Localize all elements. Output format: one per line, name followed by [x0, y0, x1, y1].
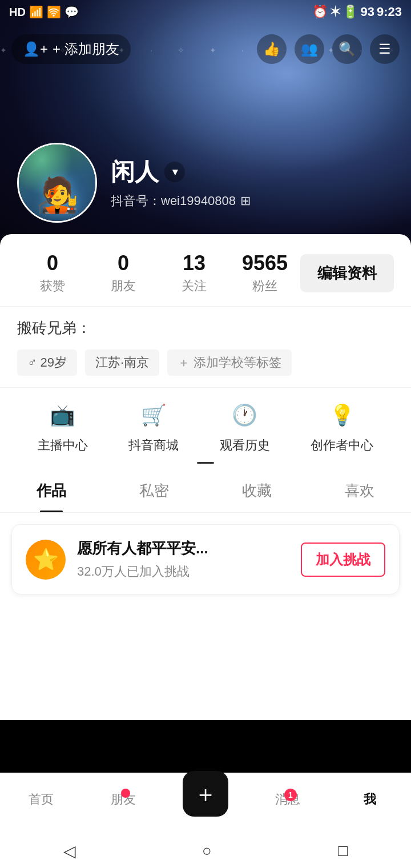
challenge-title: 愿所有人都平平安... [77, 539, 289, 558]
menu-icon: ☰ [378, 41, 391, 57]
system-nav: ◁ ○ □ [0, 834, 411, 868]
profile-text: 闲人 ▾ 抖音号：wei19940808 ⊞ [111, 156, 251, 210]
tab-likes[interactable]: 喜欢 [308, 469, 411, 512]
tag-add-icon: ＋ [178, 354, 190, 371]
nav-me-label: 我 [364, 791, 376, 808]
search-icon: 🔍 [339, 41, 356, 57]
home-button[interactable]: ○ [179, 836, 235, 866]
profile-id: 抖音号：wei19940808 ⊞ [111, 192, 251, 210]
quick-nav-creator[interactable]: 💡 创作者中心 [311, 399, 373, 454]
tag-add-label: 添加学校等标签 [194, 354, 281, 371]
tag-add-button[interactable]: ＋ 添加学校等标签 [167, 349, 292, 376]
join-challenge-button[interactable]: 加入挑战 [301, 542, 385, 577]
followers-count: 9565 [229, 251, 300, 275]
main-content: 0 获赞 0 朋友 13 关注 9565 粉丝 编辑资料 搬砖兄弟： ♂ 29岁… [0, 234, 411, 720]
messages-badge: 1 [284, 789, 297, 801]
status-left: HD 📶 🛜 💬 [9, 5, 79, 19]
back-button[interactable]: ◁ [41, 836, 99, 866]
likes-count: 0 [17, 251, 88, 275]
back-icon: ◁ [63, 842, 76, 860]
thumb-button[interactable]: 👍 [257, 34, 287, 64]
nav-home-label: 首页 [29, 791, 54, 808]
stat-friends[interactable]: 0 朋友 [88, 251, 159, 295]
tags-row: ♂ 29岁 江苏·南京 ＋ 添加学校等标签 [0, 344, 411, 387]
chat-icon: 💬 [65, 5, 79, 19]
star-icon: ⭐ [33, 548, 59, 572]
challenge-count: 32.0万人已加入挑战 [77, 563, 289, 580]
bio-text: 搬砖兄弟： [17, 319, 91, 336]
tab-likes-label: 喜欢 [345, 482, 374, 499]
add-friend-button[interactable]: 👤+ + 添加朋友 [11, 34, 131, 64]
nav-home[interactable]: 首页 [0, 791, 82, 808]
nav-plus[interactable]: ＋ [164, 782, 247, 817]
hd-badge: HD [9, 6, 26, 19]
challenge-text: 愿所有人都平平安... 32.0万人已加入挑战 [77, 539, 289, 580]
thumb-icon: 👍 [263, 41, 280, 57]
header-nav: 👤+ + 添加朋友 👍 👥 🔍 ☰ [0, 34, 411, 64]
bio-section: 搬砖兄弟： [0, 307, 411, 344]
tag-gender-age-text: ♂ 29岁 [27, 354, 67, 371]
friends-count: 0 [88, 251, 159, 275]
challenge-icon: ⭐ [26, 540, 66, 580]
status-bar: HD 📶 🛜 💬 ⏰ ✶ 🔋 93 9:23 [0, 0, 411, 24]
bluetooth-icon: ✶ [330, 5, 340, 19]
likes-label: 获赞 [17, 278, 88, 295]
quick-nav-shop[interactable]: 🛒 抖音商城 [128, 399, 179, 454]
creator-icon: 💡 [326, 399, 358, 431]
friends-badge-dot [121, 789, 130, 798]
stat-followers[interactable]: 9565 粉丝 [229, 251, 300, 295]
live-center-icon: 📺 [47, 399, 79, 431]
header-icons: 👍 👥 🔍 ☰ [257, 34, 400, 64]
scroll-indicator [197, 462, 214, 464]
recent-icon: □ [338, 842, 348, 859]
nav-messages[interactable]: 1 消息 [247, 791, 329, 808]
dropdown-button[interactable]: ▾ [164, 162, 185, 182]
live-center-label: 主播中心 [38, 437, 88, 454]
recent-button[interactable]: □ [315, 836, 370, 866]
search-button[interactable]: 🔍 [332, 34, 362, 64]
douyin-id-text: 抖音号：wei19940808 [111, 192, 236, 210]
avatar-image [19, 144, 95, 221]
home-icon: ○ [202, 842, 212, 859]
history-label: 观看历史 [220, 437, 270, 454]
content-tabs: 作品 私密 收藏 喜欢 [0, 469, 411, 513]
quick-nav: 📺 主播中心 🛒 抖音商城 🕐 观看历史 💡 创作者中心 [0, 387, 411, 460]
following-label: 关注 [159, 278, 229, 295]
friends-icon: 👥 [301, 41, 318, 57]
battery-icon: 🔋 [342, 5, 358, 19]
edit-profile-label: 编辑资料 [317, 264, 377, 282]
friends-label: 朋友 [88, 278, 159, 295]
wifi-icon: 🛜 [47, 5, 61, 19]
tab-works[interactable]: 作品 [0, 469, 103, 512]
tag-location-text: 江苏·南京 [95, 354, 149, 371]
plus-button[interactable]: ＋ [183, 771, 228, 817]
hero-background: 👤+ + 添加朋友 👍 👥 🔍 ☰ 闲人 [0, 0, 411, 246]
profile-name: 闲人 ▾ [111, 156, 251, 188]
status-right: ⏰ ✶ 🔋 93 9:23 [312, 5, 402, 19]
quick-nav-live[interactable]: 📺 主播中心 [38, 399, 88, 454]
plus-icon: ＋ [194, 778, 217, 810]
add-friend-label: + 添加朋友 [53, 40, 119, 58]
alarm-icon: ⏰ [312, 5, 328, 19]
tag-gender-age[interactable]: ♂ 29岁 [17, 349, 77, 376]
menu-button[interactable]: ☰ [370, 34, 400, 64]
chevron-down-icon: ▾ [172, 166, 178, 178]
nav-me[interactable]: 我 [329, 791, 411, 808]
join-label: 加入挑战 [316, 552, 370, 567]
time-display: 9:23 [377, 5, 402, 19]
stat-following[interactable]: 13 关注 [159, 251, 229, 295]
quick-nav-history[interactable]: 🕐 观看历史 [220, 399, 270, 454]
shop-icon: 🛒 [138, 399, 170, 431]
tab-favorites[interactable]: 收藏 [206, 469, 308, 512]
stat-likes[interactable]: 0 获赞 [17, 251, 88, 295]
username: 闲人 [111, 156, 159, 188]
friends-button[interactable]: 👥 [295, 34, 324, 64]
avatar[interactable] [17, 143, 97, 223]
edit-profile-button[interactable]: 编辑资料 [300, 254, 394, 292]
shop-label: 抖音商城 [128, 437, 179, 454]
tag-location[interactable]: 江苏·南京 [85, 349, 159, 376]
creator-label: 创作者中心 [311, 437, 373, 454]
tab-private[interactable]: 私密 [103, 469, 206, 512]
nav-friends[interactable]: 朋友 [82, 791, 164, 808]
signal-icon: 📶 [29, 5, 43, 19]
